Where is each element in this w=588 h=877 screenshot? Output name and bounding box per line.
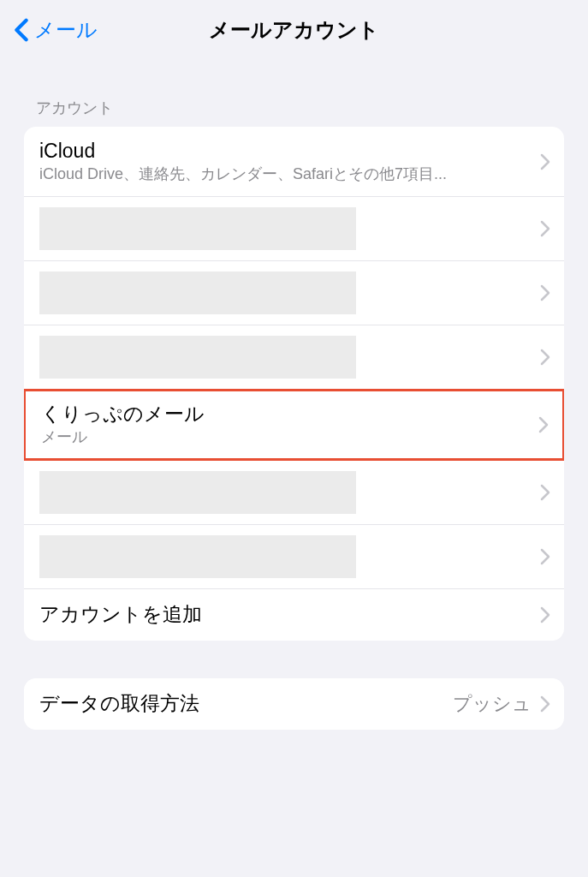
chevron-right-icon <box>538 416 549 433</box>
add-account-row[interactable]: アカウントを追加 <box>24 589 564 641</box>
chevron-right-icon <box>540 220 550 237</box>
redacted-content <box>39 471 356 514</box>
account-row-redacted[interactable] <box>24 325 564 390</box>
fetch-section: データの取得方法 プッシュ <box>24 678 564 730</box>
page-title: メールアカウント <box>209 16 379 44</box>
account-row-redacted[interactable] <box>24 525 564 589</box>
back-button[interactable]: メール <box>14 16 98 44</box>
redacted-content <box>39 271 356 314</box>
chevron-right-icon <box>540 548 550 565</box>
fetch-data-value: プッシュ <box>453 691 532 717</box>
chevron-right-icon <box>540 695 550 713</box>
redacted-content <box>39 535 356 578</box>
account-row-icloud[interactable]: iCloud iCloud Drive、連絡先、カレンダー、Safariとその他… <box>24 127 564 197</box>
add-account-label: アカウントを追加 <box>39 602 540 628</box>
redacted-content <box>39 207 356 250</box>
chevron-right-icon <box>540 153 550 170</box>
chevron-right-icon <box>540 284 550 301</box>
account-subtitle: iCloud Drive、連絡先、カレンダー、Safariとその他7項目... <box>39 164 540 184</box>
fetch-data-row[interactable]: データの取得方法 プッシュ <box>24 678 564 730</box>
account-title: iCloud <box>39 139 540 164</box>
account-row-redacted[interactable] <box>24 261 564 325</box>
account-subtitle: メール <box>41 427 538 447</box>
chevron-right-icon <box>540 349 550 366</box>
navigation-bar: メール メールアカウント <box>0 0 588 60</box>
fetch-data-label: データの取得方法 <box>39 691 453 717</box>
chevron-right-icon <box>540 484 550 501</box>
redacted-content <box>39 336 356 379</box>
account-row-redacted[interactable] <box>24 197 564 261</box>
chevron-right-icon <box>540 606 550 623</box>
chevron-left-icon <box>14 18 29 42</box>
accounts-section: iCloud iCloud Drive、連絡先、カレンダー、Safariとその他… <box>24 127 564 641</box>
account-title: くりっぷのメール <box>41 402 538 427</box>
accounts-section-header: アカウント <box>24 60 564 127</box>
account-row-highlighted[interactable]: くりっぷのメール メール <box>24 389 564 460</box>
account-row-redacted[interactable] <box>24 461 564 525</box>
back-label: メール <box>34 16 98 44</box>
